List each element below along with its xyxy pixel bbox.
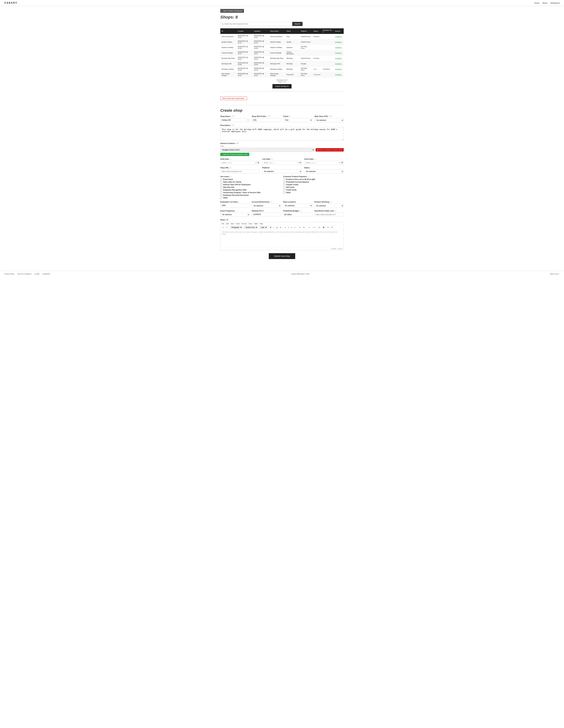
use-case-checkbox-7[interactable]	[220, 197, 222, 199]
bold-button[interactable]: B	[269, 226, 272, 229]
live-calendar-icon[interactable]: 📅	[299, 162, 301, 164]
nav-about[interactable]: About	[542, 2, 547, 4]
status-select[interactable]: No selection	[304, 169, 344, 173]
use-case-checkbox-2[interactable]	[220, 184, 222, 186]
editor-menu-item[interactable]: Insert	[236, 223, 240, 225]
underline-button[interactable]: U	[275, 226, 278, 229]
text-color-button[interactable]: A	[279, 226, 282, 229]
code-button[interactable]: </>	[326, 226, 330, 229]
font-select[interactable]: System Font	[244, 226, 258, 229]
date-row: Draft Date: ⓘ ✕ 📅 Live Date: ⓘ ✕ 📅	[220, 158, 344, 165]
footer-link[interactable]: Credits	[34, 273, 39, 275]
link-button[interactable]: 🔗	[318, 226, 322, 229]
payment-checkbox-5[interactable]	[283, 192, 285, 194]
use-case-checkbox-4[interactable]	[220, 189, 222, 191]
predefined-budget-input[interactable]	[283, 213, 313, 216]
client-select[interactable]: Test	[283, 118, 312, 122]
paragraph-select[interactable]: Paragraph	[230, 226, 242, 229]
sharepoint-input[interactable]	[315, 213, 344, 216]
search-input[interactable]	[220, 22, 292, 26]
footer-link[interactable]: Privacy Policy	[4, 273, 14, 275]
cell-action[interactable]: Creating...	[334, 45, 344, 50]
netsuite-po-input[interactable]	[252, 213, 281, 216]
editor-menu-item[interactable]: Table	[254, 223, 258, 225]
back-to-top[interactable]: Back to top ^	[550, 273, 560, 275]
cell-action[interactable]: Creating...	[334, 50, 344, 56]
export-button[interactable]: Export all data ⬇	[272, 84, 292, 89]
use-case-checkbox-3[interactable]	[220, 186, 222, 188]
cell-action[interactable]: Creating...	[334, 39, 344, 45]
search-button[interactable]: Search	[292, 22, 303, 26]
calendar-icon[interactable]: 📅	[257, 162, 259, 164]
align-center-button[interactable]: ≡	[287, 226, 290, 229]
undo-button[interactable]: ↩	[222, 226, 225, 229]
estimated-users-label: Estimated # of Users:	[220, 201, 250, 203]
platform-select[interactable]: No selection	[262, 169, 302, 173]
indent-button[interactable]: →≡	[307, 226, 311, 229]
use-case-checkbox-1[interactable]	[220, 181, 222, 183]
main-store-poc-select[interactable]: No selection	[315, 118, 344, 122]
remove-contact-button[interactable]: 🗑 Remove Internal Contacts' entry	[316, 148, 344, 151]
footer-link[interactable]: Feedback?	[42, 273, 50, 275]
footer-link[interactable]: Terms & Conditions	[17, 273, 31, 275]
cell-action[interactable]: Creating...	[334, 66, 344, 72]
cell-action[interactable]: Creating...	[334, 61, 344, 66]
cell-action[interactable]: Creating...	[334, 56, 344, 61]
align-right-button[interactable]: ≡	[291, 226, 293, 229]
editor-menu-item[interactable]: Help	[260, 223, 263, 225]
italic-button[interactable]: I	[273, 226, 275, 229]
align-left-button[interactable]: ≡	[284, 226, 287, 229]
table-row: Sephora Holiday 04/04/2023 @ 22:50 04/04…	[220, 45, 344, 50]
payment-checkbox-4[interactable]	[283, 189, 285, 191]
size-select[interactable]: 12pt	[260, 226, 267, 229]
close-date-input[interactable]	[304, 161, 344, 165]
payment-checkbox-3[interactable]	[283, 186, 285, 188]
cell-netsuite	[322, 34, 334, 39]
bullet-list-button[interactable]: •≡	[298, 226, 302, 229]
cell-action[interactable]: Creating...	[334, 72, 344, 77]
shop-name-input[interactable]	[220, 118, 249, 122]
editor-menu-item[interactable]: Format	[241, 223, 247, 225]
payment-checkbox-0[interactable]	[283, 178, 285, 180]
image-button[interactable]: 🖼	[322, 226, 325, 229]
cell-created: 04/04/2023 @ 22:51	[236, 34, 253, 39]
product-stocking-select[interactable]: No selection	[315, 204, 344, 208]
event-frequency-select[interactable]: No selection	[220, 213, 250, 217]
col-updated[interactable]: Updated ↓	[253, 28, 269, 34]
outdent-button[interactable]: ←≡	[311, 226, 316, 229]
live-date-input[interactable]	[262, 161, 302, 165]
editor-menu-item[interactable]: View	[230, 223, 234, 225]
clear-close-date-icon[interactable]: ✕	[339, 162, 341, 164]
shop-url-input[interactable]	[220, 170, 260, 173]
estimated-users-input[interactable]	[220, 204, 250, 207]
clear-date-icon[interactable]: ✕	[255, 162, 256, 164]
use-case-checkbox-6[interactable]	[220, 194, 222, 196]
redo-button[interactable]: ↪	[225, 226, 228, 229]
nav-home[interactable]: Home	[534, 2, 539, 4]
contact-select[interactable]: Douglas James (You!)	[220, 148, 315, 152]
nav-dashboard[interactable]: Dashboard	[550, 2, 560, 4]
use-case-checkbox-5[interactable]	[220, 192, 222, 194]
payment-checkbox-2[interactable]	[283, 184, 285, 186]
editor-menu-item[interactable]: Edit	[226, 223, 229, 225]
use-case-checkbox-0[interactable]	[220, 178, 222, 180]
editor-menu-item[interactable]: Tools	[248, 223, 252, 225]
notes-editor-body[interactable]: Jot down some notes such as major change…	[220, 230, 344, 247]
special-char-button[interactable]: Ω	[331, 226, 334, 229]
draft-date-input[interactable]	[220, 161, 260, 165]
back-button[interactable]: Back to Admin Dashboard	[220, 9, 244, 13]
add-contact-button[interactable]: + Add new "Internal Contacts" entry	[220, 153, 249, 156]
account-restrictions-select[interactable]: No selection	[252, 204, 281, 208]
align-justify-button[interactable]: ≡	[294, 226, 297, 229]
sku-prefix-input[interactable]	[252, 118, 281, 122]
editor-menu-item[interactable]: File	[222, 223, 224, 225]
cell-action[interactable]: Creating...	[334, 34, 344, 39]
nevermind-button[interactable]: Never mind, don't create shop ×	[220, 97, 247, 100]
description-textarea[interactable]	[220, 127, 344, 140]
submit-button[interactable]: Submit new shop	[269, 253, 295, 259]
close-calendar-icon[interactable]: 📅	[341, 162, 343, 164]
ship-locations-select[interactable]: No selection	[283, 204, 313, 208]
clear-live-date-icon[interactable]: ✕	[297, 162, 299, 164]
payment-checkbox-1[interactable]	[283, 181, 285, 183]
ordered-list-button[interactable]: 1≡	[302, 226, 306, 229]
